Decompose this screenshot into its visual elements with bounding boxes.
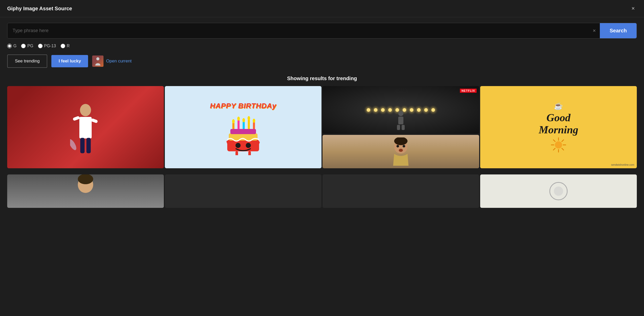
results-heading: Showing results for trending bbox=[0, 72, 644, 86]
svg-point-36 bbox=[555, 141, 562, 148]
svg-line-42 bbox=[562, 148, 564, 150]
svg-point-1 bbox=[80, 104, 91, 116]
svg-point-17 bbox=[253, 119, 255, 123]
good-morning-content: ☕ GoodMorning bbox=[535, 98, 582, 156]
soccer-figure-icon bbox=[70, 101, 101, 163]
svg-point-0 bbox=[96, 57, 99, 60]
gif-item-bottom-3[interactable] bbox=[323, 174, 479, 208]
netflix-scene: NETFLIX bbox=[323, 86, 479, 134]
svg-rect-5 bbox=[80, 138, 85, 153]
svg-line-43 bbox=[562, 140, 564, 142]
birthday-cake-icon bbox=[223, 114, 264, 155]
gif-item-bottom-2[interactable] bbox=[165, 174, 321, 208]
search-button[interactable]: Search bbox=[600, 23, 637, 38]
gif-item-office[interactable] bbox=[323, 135, 479, 168]
gif-item-soccer[interactable] bbox=[7, 86, 164, 168]
rating-radio-pg[interactable] bbox=[21, 44, 26, 48]
light-dot bbox=[431, 108, 435, 112]
gif-item-birthday[interactable]: HAPPY BIRTHDAy bbox=[165, 86, 321, 168]
rating-section: G PG PG-13 R bbox=[0, 42, 644, 52]
svg-rect-20 bbox=[230, 129, 256, 134]
sendwish-credit: sendwishonline.com bbox=[611, 163, 634, 166]
gif-item-bottom-4[interactable] bbox=[480, 174, 637, 208]
gif-item-bottom-1[interactable] bbox=[7, 174, 164, 208]
good-morning-text: GoodMorning bbox=[539, 112, 578, 135]
gif-item-netflix[interactable]: NETFLIX bbox=[323, 86, 479, 134]
rating-label-r: R bbox=[67, 44, 70, 48]
svg-point-22 bbox=[246, 143, 251, 148]
office-figure-icon bbox=[391, 137, 411, 166]
svg-rect-11 bbox=[248, 119, 250, 129]
rating-option-g[interactable]: G bbox=[7, 44, 16, 48]
svg-rect-18 bbox=[227, 140, 259, 151]
svg-rect-28 bbox=[398, 117, 403, 124]
coffee-icon: ☕ bbox=[554, 102, 563, 110]
thumbnail-figure-icon bbox=[94, 57, 101, 66]
svg-rect-30 bbox=[402, 125, 405, 130]
search-section: × Search bbox=[0, 17, 644, 42]
svg-rect-3 bbox=[73, 116, 80, 121]
gif-grid: HAPPY BIRTHDAy bbox=[0, 86, 644, 173]
svg-point-34 bbox=[403, 145, 405, 147]
gif-item-goodmorning[interactable]: ☕ GoodMorning sendwishonline.com bbox=[480, 86, 637, 168]
svg-point-35 bbox=[399, 149, 403, 152]
svg-rect-29 bbox=[397, 125, 400, 130]
netflix-badge: NETFLIX bbox=[460, 89, 477, 93]
feel-lucky-button[interactable]: I feel lucky bbox=[51, 55, 88, 67]
giphy-dialog: Giphy Image Asset Source × × Search G PG… bbox=[0, 0, 644, 316]
search-input[interactable] bbox=[7, 23, 589, 38]
svg-point-27 bbox=[398, 111, 403, 116]
svg-point-48 bbox=[554, 187, 563, 196]
light-dot bbox=[417, 108, 421, 112]
bottom-figure-icon bbox=[74, 174, 97, 198]
search-clear-button[interactable]: × bbox=[589, 28, 600, 34]
light-dot bbox=[410, 108, 413, 112]
svg-line-44 bbox=[553, 148, 555, 150]
rating-label-pg: PG bbox=[27, 44, 33, 48]
rating-radio-pg13[interactable] bbox=[38, 44, 43, 48]
stage-figure-icon bbox=[394, 110, 407, 131]
office-scene bbox=[323, 135, 479, 168]
open-current-label: Open current bbox=[106, 59, 131, 64]
actions-section: See trending I feel lucky Open current bbox=[0, 52, 644, 72]
svg-rect-24 bbox=[248, 151, 251, 155]
circle-shape-icon bbox=[548, 181, 569, 201]
rating-radio-g[interactable] bbox=[7, 44, 12, 48]
light-dot bbox=[367, 108, 370, 112]
svg-point-33 bbox=[396, 145, 399, 147]
rating-label-pg13: PG-13 bbox=[44, 44, 56, 48]
dialog-title: Giphy Image Asset Source bbox=[7, 6, 72, 12]
svg-line-41 bbox=[553, 140, 555, 142]
svg-rect-6 bbox=[87, 138, 91, 153]
svg-rect-23 bbox=[235, 151, 238, 155]
see-trending-button[interactable]: See trending bbox=[7, 54, 47, 68]
sun-icon bbox=[551, 137, 566, 153]
gif-bottom-row bbox=[0, 173, 644, 213]
light-dot bbox=[374, 108, 377, 112]
svg-point-7 bbox=[70, 138, 78, 151]
svg-point-21 bbox=[235, 143, 241, 148]
svg-point-14 bbox=[237, 117, 240, 121]
thumbnail-preview bbox=[92, 55, 103, 67]
rating-option-pg13[interactable]: PG-13 bbox=[38, 44, 56, 48]
svg-point-13 bbox=[232, 119, 235, 123]
close-button[interactable]: × bbox=[629, 5, 637, 12]
birthday-content: HAPPY BIRTHDAy bbox=[207, 99, 279, 155]
dialog-header: Giphy Image Asset Source × bbox=[0, 0, 644, 17]
open-current-wrapper[interactable]: Open current bbox=[92, 55, 131, 67]
light-dot bbox=[388, 108, 392, 112]
rating-option-pg[interactable]: PG bbox=[21, 44, 33, 48]
svg-rect-4 bbox=[91, 118, 98, 123]
rating-option-r[interactable]: R bbox=[61, 44, 70, 48]
light-dot bbox=[424, 108, 428, 112]
svg-point-15 bbox=[242, 118, 245, 122]
search-bar: × Search bbox=[7, 23, 637, 39]
rating-label-g: G bbox=[13, 44, 16, 48]
svg-point-16 bbox=[248, 116, 250, 120]
rating-radio-r[interactable] bbox=[61, 44, 65, 48]
open-current-thumbnail bbox=[92, 55, 103, 67]
light-dot bbox=[381, 108, 385, 112]
svg-rect-2 bbox=[79, 117, 92, 138]
happy-birthday-text: HAPPY BIRTHDAy bbox=[207, 99, 279, 113]
